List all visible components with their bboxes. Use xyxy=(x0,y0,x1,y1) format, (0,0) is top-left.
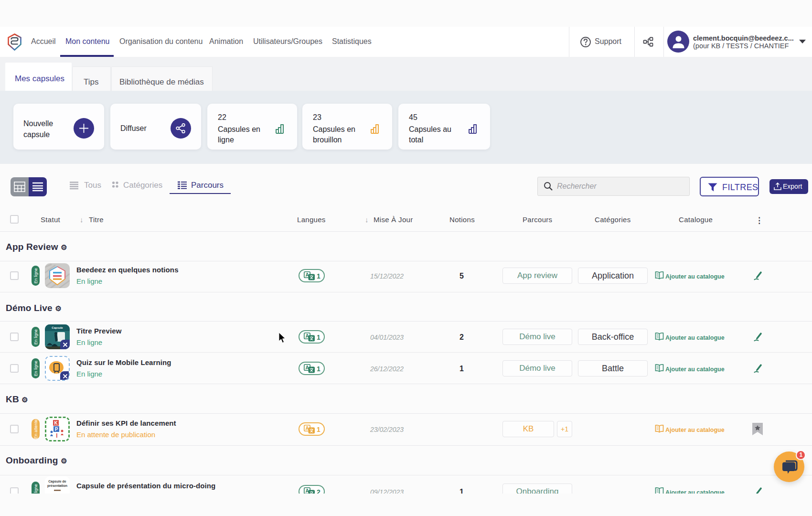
svg-text:présentation: présentation xyxy=(47,484,67,488)
svg-text:Capsule: Capsule xyxy=(52,326,63,329)
svg-text:P: P xyxy=(55,427,58,432)
svg-text:I: I xyxy=(56,432,57,439)
svg-text:Capsule de: Capsule de xyxy=(48,480,66,484)
svg-text:K: K xyxy=(54,420,58,426)
